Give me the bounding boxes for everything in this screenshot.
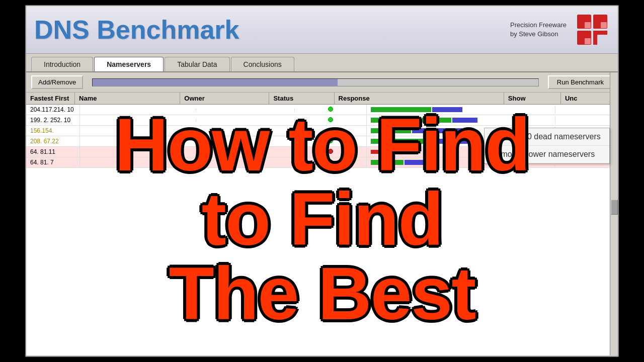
app-header: DNS Benchmark Precision Freeware by Stev… xyxy=(26,6,618,54)
outer-border: DNS Benchmark Precision Freeware by Stev… xyxy=(0,0,644,362)
col-header-show: Show xyxy=(504,93,561,104)
table-row[interactable]: 204.117.214. 10 xyxy=(26,105,618,115)
scrollbar-thumb[interactable] xyxy=(611,200,618,215)
td-owner-4 xyxy=(196,140,295,143)
td-status-6 xyxy=(295,157,366,167)
run-benchmark-button[interactable]: Run Benchmark xyxy=(548,75,613,89)
td-ip-2: 199. 2. 252. 10 xyxy=(26,115,80,125)
td-show-1 xyxy=(555,108,618,111)
bar-red xyxy=(371,150,386,154)
bar-green xyxy=(371,160,404,165)
td-ip-5: 64. 81.11 xyxy=(26,147,80,157)
tab-conclusions[interactable]: Conclusions xyxy=(231,57,294,71)
td-status-2 xyxy=(295,115,366,125)
bar-green xyxy=(371,118,451,123)
bar-green xyxy=(371,139,431,144)
progress-bar-container xyxy=(92,78,539,86)
svg-rect-5 xyxy=(601,22,607,28)
header-left: DNS Benchmark xyxy=(34,17,239,43)
bar-green xyxy=(371,107,431,112)
col-header-num: Fastest First xyxy=(26,93,75,104)
black-bar-right xyxy=(635,0,644,362)
overlay-line2: to Find xyxy=(201,182,442,256)
svg-rect-6 xyxy=(585,38,591,44)
content-area: Add/Remove Run Benchmark Fastest First N… xyxy=(26,72,618,355)
add-remove-button[interactable]: Add/Remove xyxy=(31,75,83,89)
overlay-line3: The Best xyxy=(169,256,475,331)
td-name-2 xyxy=(80,119,197,122)
toolbar: Add/Remove Run Benchmark xyxy=(26,72,618,93)
table-row[interactable]: 199. 2. 252. 10 xyxy=(26,115,618,126)
black-bar-bottom xyxy=(0,359,644,362)
td-status-5 xyxy=(295,147,366,157)
td-owner-1 xyxy=(196,108,295,111)
td-response-1 xyxy=(367,106,555,114)
svg-marker-3 xyxy=(593,31,607,45)
td-name-4 xyxy=(80,140,197,143)
tabs-bar: Introduction Nameservers Tabular Data Co… xyxy=(26,54,618,72)
bar-blue xyxy=(387,149,407,154)
td-name-6 xyxy=(80,161,197,164)
td-ip-1: 204.117.214. 10 xyxy=(26,105,80,115)
td-owner-6 xyxy=(196,161,295,164)
td-owner-5 xyxy=(196,150,295,153)
status-icon-green xyxy=(328,107,333,112)
col-header-status: Status xyxy=(269,93,334,104)
status-icon-green xyxy=(328,128,333,133)
context-menu: Remove 10 dead nameservers Remove slower… xyxy=(484,128,610,164)
td-ip-3: 156.154. xyxy=(26,126,80,136)
table-header: Fastest First Name Owner Status Response… xyxy=(26,93,618,105)
col-header-owner: Owner xyxy=(180,93,269,104)
col-header-response: Response xyxy=(335,93,504,104)
header-right: Precision Freeware by Steve Gibson xyxy=(510,12,610,47)
bar-blue xyxy=(452,118,477,123)
app-window: DNS Benchmark Precision Freeware by Stev… xyxy=(25,5,619,357)
td-status-3 xyxy=(295,126,366,136)
td-show-2 xyxy=(555,119,618,122)
bar-blue xyxy=(412,128,462,133)
app-subtitle: Precision Freeware by Steve Gibson xyxy=(510,21,567,39)
col-header-name: Name xyxy=(75,93,180,104)
td-status-4 xyxy=(295,136,366,146)
tab-introduction[interactable]: Introduction xyxy=(31,57,93,71)
td-ip-6: 64. 81. 7 xyxy=(26,157,80,167)
context-menu-item-remove-slow[interactable]: Remove slower nameservers xyxy=(485,146,609,163)
bar-blue xyxy=(432,107,462,112)
context-menu-item-remove-dead[interactable]: Remove 10 dead nameservers xyxy=(485,128,609,146)
td-ip-4: 208. 67.22 xyxy=(26,136,80,146)
svg-rect-4 xyxy=(585,22,591,28)
td-owner-2 xyxy=(196,119,295,122)
td-name-1 xyxy=(80,108,197,111)
status-icon-green xyxy=(328,138,333,143)
bar-green xyxy=(371,128,411,133)
tab-tabular[interactable]: Tabular Data xyxy=(165,57,229,71)
app-logo xyxy=(575,12,610,47)
progress-bar-fill xyxy=(93,79,338,86)
status-icon-red xyxy=(328,149,333,154)
td-response-2 xyxy=(367,116,555,124)
bar-blue xyxy=(405,160,430,165)
black-bar-left xyxy=(0,0,9,362)
app-title: DNS Benchmark xyxy=(34,17,239,43)
bar-blue xyxy=(432,139,472,144)
td-name-3 xyxy=(80,129,197,132)
scrollbar[interactable] xyxy=(610,72,618,355)
td-owner-3 xyxy=(196,129,295,132)
status-icon-green xyxy=(328,159,333,164)
td-name-5 xyxy=(80,150,197,153)
td-status-1 xyxy=(295,105,366,115)
status-icon-green xyxy=(328,117,333,122)
tab-nameservers[interactable]: Nameservers xyxy=(94,57,164,71)
